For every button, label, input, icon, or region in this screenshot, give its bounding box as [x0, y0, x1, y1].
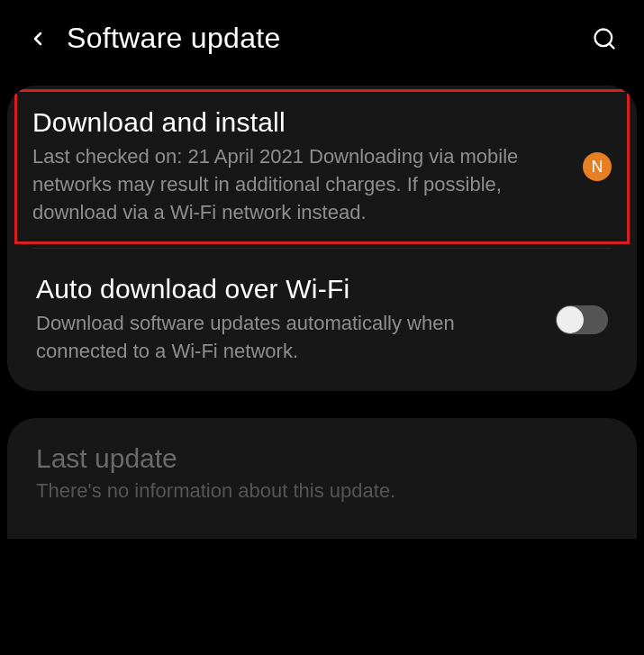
search-icon[interactable] — [592, 26, 617, 51]
notification-badge: N — [583, 152, 612, 181]
auto-download-item[interactable]: Auto download over Wi-Fi Download softwa… — [7, 249, 637, 391]
item-content: Download and install Last checked on: 21… — [32, 107, 565, 226]
header: Software update — [0, 0, 644, 77]
main-card: Download and install Last checked on: 21… — [7, 86, 637, 391]
item-title: Download and install — [32, 107, 565, 138]
item-content: Auto download over Wi-Fi Download softwa… — [36, 274, 538, 366]
item-desc: Last checked on: 21 April 2021 Downloadi… — [32, 143, 565, 226]
item-desc: There's no information about this update… — [36, 479, 608, 503]
item-title: Auto download over Wi-Fi — [36, 274, 538, 305]
item-title: Last update — [36, 443, 608, 474]
back-icon[interactable] — [27, 28, 49, 50]
last-update-card[interactable]: Last update There's no information about… — [7, 418, 637, 539]
download-install-item[interactable]: Download and install Last checked on: 21… — [9, 87, 635, 246]
toggle-knob — [557, 306, 584, 333]
item-desc: Download software updates automatically … — [36, 310, 538, 366]
svg-line-1 — [609, 43, 613, 48]
page-title: Software update — [67, 22, 574, 55]
auto-download-toggle[interactable] — [556, 305, 608, 334]
